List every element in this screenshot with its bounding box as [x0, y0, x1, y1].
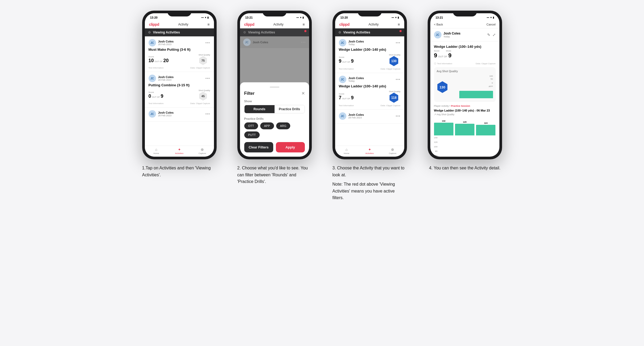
clear-filters-btn-2[interactable]: Clear Filters — [244, 142, 273, 152]
user-info-3-1: Josh Coles Today — [348, 40, 364, 46]
bar-col-3: 124 — [476, 122, 495, 135]
status-time-4: 13:21 — [436, 16, 443, 19]
note-3: Note: The red dot above 'Viewing Activit… — [332, 181, 407, 201]
wifi-icon-1: ▾ — [205, 16, 206, 19]
faded-name-2: Josh Coles — [253, 41, 268, 44]
tab-capture-1[interactable]: ⊕ Capture — [191, 147, 214, 155]
activity-card-3-2[interactable]: JC Josh Coles Today ••• Wedge Ladder (10… — [335, 73, 404, 110]
more-dots-1-1[interactable]: ••• — [205, 41, 210, 45]
bar-2 — [455, 124, 474, 135]
tab-activities-label-3: Activities — [365, 152, 374, 155]
capture-icon-1: ⊕ — [201, 147, 204, 152]
card-user-3-3: JC Josh Coles 28 Feb 2023 — [339, 112, 364, 120]
user-info-1-3: Josh Coles 28 Feb 2023 — [158, 111, 174, 117]
logo-2: clippd — [244, 22, 254, 27]
bar-col-1: 132 — [434, 120, 453, 135]
signal-icon-3: ▪▪▪ — [392, 16, 394, 19]
sq-label-1-2: Shot Quality — [199, 89, 210, 92]
chips-container-2: OTT APP ARG PUTT — [244, 122, 305, 138]
wifi-icon-4: ▾ — [490, 16, 492, 19]
chip-app-2[interactable]: APP — [260, 122, 274, 129]
user-date-1-2: 28 Feb 2023 — [158, 79, 174, 81]
shots-val-1-2: 9 — [161, 93, 163, 99]
more-dots-1-3[interactable]: ••• — [205, 112, 210, 116]
avatar-1-2: JC — [149, 75, 156, 82]
bar-3 — [476, 125, 495, 135]
more-dots-3-1[interactable]: ••• — [396, 41, 401, 45]
tab-bar-3: ⌂ Home ✦ Activities ⊕ Capture — [335, 146, 404, 157]
hamburger-icon-1[interactable]: ≡ — [207, 22, 209, 27]
detail-title-4: Wedge Ladder (100–140 yds) — [434, 45, 481, 49]
session-label-4: Player Activity • Practice Session — [434, 105, 496, 107]
faded-user-2: Josh Coles — [253, 41, 268, 44]
step-4: 13:21 ▪▪▪ ▾ ▮ < Back Cancel JC — [422, 11, 508, 172]
viewing-banner-1[interactable]: ⚙ Viewing Activities — [145, 28, 214, 36]
sq-label-1-1: Shot Quality — [199, 54, 210, 56]
activity-card-1-2[interactable]: JC Josh Coles 28 Feb 2023 ••• Putting Co… — [145, 72, 214, 108]
step-3: 13:20 ▪▪▪ ▾ ▮ clippd Activity ≡ ⚙ View — [326, 11, 413, 201]
activity-card-1-3[interactable]: JC Josh Coles 28 Feb 2023 ••• — [145, 108, 214, 122]
activity-card-3-3[interactable]: JC Josh Coles 28 Feb 2023 ••• — [335, 110, 404, 124]
tab-activities-3[interactable]: ✦ Activities — [358, 147, 381, 155]
back-btn-4[interactable]: < Back — [434, 23, 443, 26]
chip-arg-2[interactable]: ARG — [276, 122, 291, 129]
detail-score-val-4: 9 — [434, 52, 437, 59]
card-header-1-1: JC Josh Coles 28 Feb 2023 ••• — [149, 39, 210, 46]
detail-shots-val-4: 9 — [448, 52, 452, 59]
hamburger-icon-2[interactable]: ≡ — [302, 22, 305, 27]
rounds-btn-2[interactable]: Rounds — [245, 105, 275, 113]
tab-home-label-1: Home — [153, 152, 159, 155]
card-title-1-2: Putting Combine (3-15 ft) — [149, 83, 210, 87]
user-date-3-1: Today — [348, 43, 364, 46]
user-name-3-1: Josh Coles — [348, 40, 364, 43]
step-2: 13:21 ▪▪▪ ▾ ▮ clippd Activity ≡ — [231, 11, 318, 185]
caption-2: 2. Choose what you'd like to see. You ca… — [237, 165, 312, 185]
hamburger-icon-3[interactable]: ≡ — [398, 22, 400, 27]
chip-putt-2[interactable]: PUTT — [244, 131, 260, 138]
y-60: 60 — [435, 155, 437, 157]
card-header-1-3: JC Josh Coles 28 Feb 2023 ••• — [149, 110, 210, 118]
chip-ott-2[interactable]: OTT — [244, 122, 258, 129]
tab-home-3[interactable]: ⌂ Home — [335, 147, 358, 155]
sq-label-3-2: Shot Quality — [389, 90, 401, 93]
caption-4: 4. You can then see the Activity detail. — [429, 165, 500, 172]
user-name-1-3: Josh Coles — [158, 111, 174, 114]
tab-capture-3[interactable]: ⊕ Capture — [381, 147, 404, 155]
apply-btn-2[interactable]: Apply — [276, 142, 305, 152]
chart-bar-4 — [459, 91, 493, 98]
drills-btn-2[interactable]: Practice Drills — [275, 105, 305, 113]
more-dots-3-3[interactable]: ••• — [396, 114, 401, 118]
cancel-btn-4[interactable]: Cancel — [486, 23, 495, 26]
tab-bar-1: ⌂ Home ✦ Activities ⊕ Capture — [145, 146, 214, 157]
filter-overlay-2: ⚙ Viewing Activities JC Josh Coles ••• — [240, 28, 309, 157]
edit-icon-4[interactable]: ✎ — [487, 33, 490, 37]
y-label-50: 50 — [451, 78, 493, 80]
card-header-3-2: JC Josh Coles Today ••• — [339, 76, 401, 83]
close-icon-2[interactable]: ✕ — [301, 91, 305, 96]
card-title-3-2: Wedge Ladder (100–140 yds) — [339, 84, 401, 88]
detail-content-4: Wedge Ladder (100–140 yds) Score Shots 9… — [430, 41, 499, 157]
expand-icon-4[interactable]: ⤢ — [493, 33, 496, 37]
outof-3-2: OUT OF — [342, 97, 350, 100]
more-dots-1-2[interactable]: ••• — [205, 76, 210, 80]
home-icon-3: ⌂ — [346, 147, 348, 152]
caption-1: 1.Tap on Activities and then 'Viewing Ac… — [142, 165, 217, 178]
activity-card-1-1[interactable]: JC Josh Coles 28 Feb 2023 ••• Must Make … — [145, 36, 214, 72]
outof-1-2: OUT OF — [152, 96, 160, 98]
user-date-1-1: 28 Feb 2023 — [158, 43, 174, 46]
avatar-1-3: JC — [149, 110, 156, 118]
bar-val-3: 124 — [484, 122, 487, 124]
activity-card-3-1[interactable]: JC Josh Coles Today ••• Wedge Ladder (10… — [335, 36, 404, 73]
detail-user-name-4: Josh Coles — [444, 32, 461, 35]
mini-bar-chart-4 — [451, 88, 493, 98]
status-icons-2: ▪▪▪ ▾ ▮ — [296, 16, 304, 19]
detail-score-label-4: Score — [434, 50, 440, 52]
tab-home-1[interactable]: ⌂ Home — [145, 147, 168, 155]
nav-activity-3: Activity — [369, 23, 379, 26]
session-section-4: Player Activity • Practice Session Wedge… — [434, 105, 496, 157]
signal-icon-1: ▪▪▪ — [201, 16, 204, 19]
viewing-banner-3[interactable]: ⚙ Viewing Activities — [335, 28, 404, 36]
more-dots-3-2[interactable]: ••• — [396, 77, 401, 82]
bar-chart-4: 132 129 124 — [434, 118, 496, 136]
tab-activities-1[interactable]: ✦ Activities — [168, 147, 191, 155]
